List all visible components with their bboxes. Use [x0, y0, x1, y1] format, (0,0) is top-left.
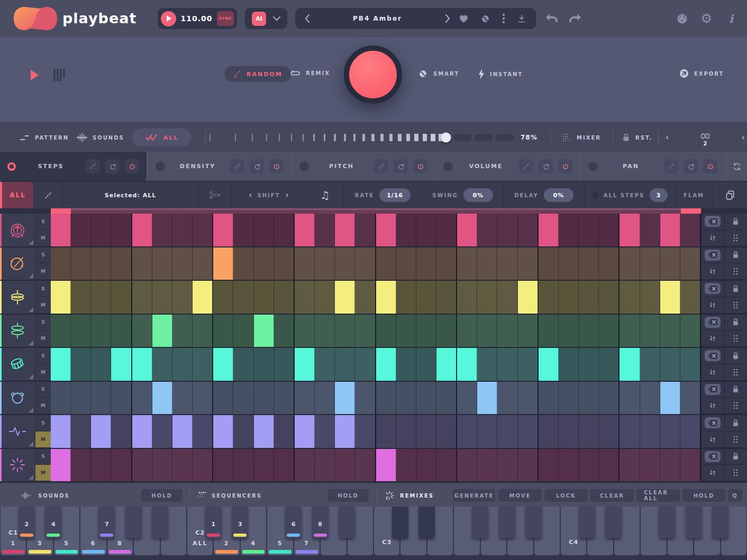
step-cell-snare-26[interactable]: [559, 348, 579, 381]
step-cell-tom-32[interactable]: [680, 247, 701, 280]
step-cell-hat-open-30[interactable]: [640, 315, 660, 347]
track-drag-handle-icon[interactable]: [724, 331, 747, 347]
step-cell-perc-16[interactable]: [355, 382, 376, 415]
tab-volume[interactable]: VOLUME: [436, 152, 580, 181]
track-icon-snare[interactable]: [0, 348, 35, 381]
step-cell-perc-25[interactable]: [539, 382, 559, 415]
step-cell-snare-4[interactable]: [111, 348, 132, 381]
step-cell-perc-18[interactable]: [396, 382, 416, 415]
step-cell-snare-27[interactable]: [579, 348, 599, 381]
generate-pad-button[interactable]: [344, 45, 402, 104]
clear-button[interactable]: CLEAR: [590, 489, 634, 502]
step-cell-kick-18[interactable]: [396, 214, 416, 246]
step-cell-tom-9[interactable]: [213, 247, 233, 280]
step-cell-fx-19[interactable]: [416, 415, 436, 448]
step-cell-kick-32[interactable]: [680, 214, 701, 246]
row-random-button[interactable]: [34, 182, 63, 208]
step-cell-tom-20[interactable]: [436, 247, 457, 280]
black-key-F#2[interactable]: 6: [285, 507, 302, 538]
step-cell-clap-18[interactable]: [396, 449, 416, 482]
step-cell-snare-19[interactable]: [416, 348, 436, 381]
track-drag-handle-icon[interactable]: [724, 432, 747, 448]
step-cell-hat-open-1[interactable]: [51, 315, 71, 347]
step-cell-hat-open-8[interactable]: [193, 315, 213, 347]
step-cell-fx-16[interactable]: [355, 415, 376, 448]
pattern-tab[interactable]: PATTERN: [20, 123, 69, 152]
step-cell-hat-closed-19[interactable]: [416, 281, 436, 314]
step-cell-hat-closed-28[interactable]: [599, 281, 620, 314]
step-cell-fx-5[interactable]: [132, 415, 152, 448]
tab-pitch[interactable]: PITCH: [292, 152, 435, 181]
favorite-heart-icon[interactable]: [459, 14, 469, 23]
step-cell-hat-closed-6[interactable]: [152, 281, 172, 314]
step-cell-kick-9[interactable]: [213, 214, 233, 246]
step-cell-snare-28[interactable]: [599, 348, 620, 381]
step-cell-perc-15[interactable]: [335, 382, 355, 415]
tab-pan[interactable]: PAN: [581, 152, 725, 181]
track-expand-icon[interactable]: [29, 273, 33, 278]
step-cell-tom-5[interactable]: [132, 247, 152, 280]
loop-infinity[interactable]: ∞ 2: [699, 128, 711, 146]
step-cell-hat-open-19[interactable]: [416, 315, 436, 347]
track-drag-handle-icon[interactable]: [724, 398, 747, 414]
track-lock-icon[interactable]: [724, 315, 747, 331]
pitch-power-icon[interactable]: [413, 159, 427, 173]
step-cell-hat-open-12[interactable]: [274, 315, 295, 347]
step-cell-tom-16[interactable]: [355, 247, 376, 280]
step-cell-hat-closed-18[interactable]: [396, 281, 416, 314]
loop-next-icon[interactable]: ›: [742, 133, 745, 142]
step-cell-kick-30[interactable]: [640, 214, 660, 246]
track-icon-clap[interactable]: [0, 449, 35, 482]
step-cell-snare-21[interactable]: [457, 348, 477, 381]
step-cell-clap-11[interactable]: [254, 449, 274, 482]
step-cell-kick-26[interactable]: [559, 214, 579, 246]
step-cell-clap-2[interactable]: [71, 449, 91, 482]
step-cell-clap-9[interactable]: [213, 449, 233, 482]
step-cell-hat-closed-23[interactable]: [497, 281, 517, 314]
step-cell-perc-27[interactable]: [579, 382, 599, 415]
sync-button[interactable]: SYNC: [217, 11, 234, 26]
step-cell-fx-9[interactable]: [213, 415, 233, 448]
gear-icon[interactable]: ⚙: [701, 11, 713, 26]
step-cell-snare-15[interactable]: [335, 348, 355, 381]
step-cell-tom-22[interactable]: [477, 247, 497, 280]
black-key-G#3[interactable]: [499, 507, 515, 538]
delete-step-icon[interactable]: [701, 382, 724, 398]
step-cell-hat-open-25[interactable]: [539, 315, 559, 347]
step-cell-tom-21[interactable]: [457, 247, 477, 280]
sounds-tab[interactable]: SOUNDS: [77, 123, 124, 152]
step-cell-fx-22[interactable]: [477, 415, 497, 448]
all-steps-value[interactable]: 3: [650, 188, 668, 202]
step-cell-perc-32[interactable]: [680, 382, 701, 415]
step-cell-hat-closed-26[interactable]: [559, 281, 579, 314]
track-sort-icon[interactable]: [701, 331, 724, 347]
step-cell-fx-18[interactable]: [396, 415, 416, 448]
step-cell-hat-closed-8[interactable]: [193, 281, 213, 314]
sequencers-section-label[interactable]: SEQUENCERS: [197, 483, 262, 508]
step-cell-fx-30[interactable]: [640, 415, 660, 448]
step-cell-hat-open-3[interactable]: [91, 315, 111, 347]
midi-settings-icon[interactable]: [676, 13, 688, 25]
delete-step-icon[interactable]: [701, 315, 724, 331]
keyboard-mode-icon[interactable]: [53, 69, 67, 81]
density-loop-icon[interactable]: [250, 159, 264, 173]
ai-mode-selector[interactable]: AI: [245, 8, 287, 29]
steps-loop-icon[interactable]: [105, 159, 120, 173]
step-cell-perc-13[interactable]: [295, 382, 315, 415]
smart-mode-button[interactable]: SMART: [418, 69, 459, 79]
step-cell-fx-17[interactable]: [376, 415, 396, 448]
step-cell-hat-open-18[interactable]: [396, 315, 416, 347]
step-cell-fx-29[interactable]: [620, 415, 640, 448]
step-cell-perc-10[interactable]: [233, 382, 253, 415]
black-key-F#3[interactable]: [472, 507, 488, 538]
track-drag-handle-icon[interactable]: [724, 230, 747, 246]
step-cell-tom-3[interactable]: [91, 247, 111, 280]
step-cell-kick-12[interactable]: [274, 214, 295, 246]
track-drag-handle-icon[interactable]: [724, 297, 747, 314]
step-cell-perc-11[interactable]: [254, 382, 274, 415]
step-cell-hat-closed-12[interactable]: [274, 281, 295, 314]
step-cell-tom-7[interactable]: [172, 247, 193, 280]
step-cell-snare-13[interactable]: [295, 348, 315, 381]
step-cell-kick-8[interactable]: [193, 214, 213, 246]
step-cell-clap-5[interactable]: [132, 449, 152, 482]
